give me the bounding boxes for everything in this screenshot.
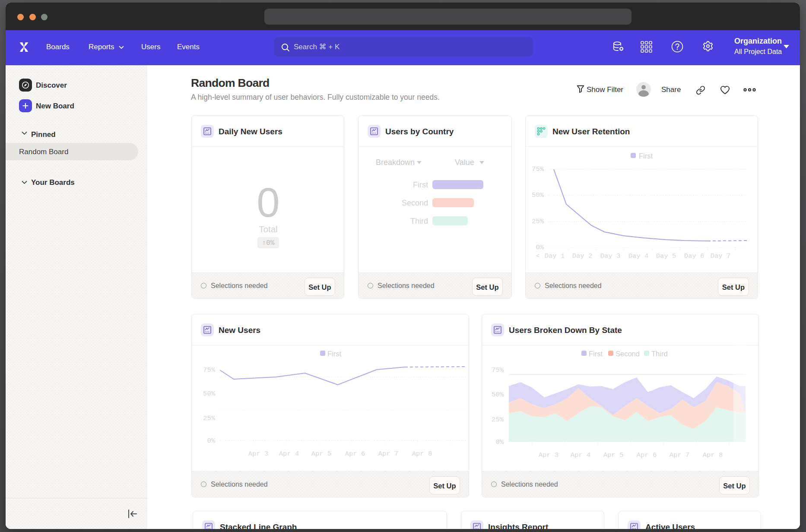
svg-text:Day 4: Day 4 xyxy=(628,252,649,260)
svg-text:Apr 5: Apr 5 xyxy=(311,450,332,458)
svg-text:0%: 0% xyxy=(536,244,544,251)
svg-text:Day 5: Day 5 xyxy=(656,252,676,260)
svg-text:Day 6: Day 6 xyxy=(684,252,704,260)
svg-text:0%: 0% xyxy=(495,438,504,446)
svg-text:0%: 0% xyxy=(207,437,215,445)
svg-text:75%: 75% xyxy=(492,366,504,374)
svg-text:Day 2: Day 2 xyxy=(572,252,593,260)
svg-text:Day 1: Day 1 xyxy=(545,252,565,260)
svg-text:Apr 4: Apr 4 xyxy=(571,451,591,459)
svg-text:Apr 5: Apr 5 xyxy=(603,451,624,459)
svg-text:Apr 6: Apr 6 xyxy=(637,451,657,459)
svg-text:<: < xyxy=(536,252,539,260)
svg-text:Apr 3: Apr 3 xyxy=(248,450,269,458)
svg-text:Day 7: Day 7 xyxy=(711,252,731,260)
svg-text:25%: 25% xyxy=(532,218,544,225)
svg-text:Apr 8: Apr 8 xyxy=(412,450,432,458)
svg-text:75%: 75% xyxy=(203,366,216,374)
svg-text:Apr 4: Apr 4 xyxy=(279,450,299,458)
svg-text:25%: 25% xyxy=(203,415,216,422)
svg-text:Apr 6: Apr 6 xyxy=(345,450,365,458)
svg-text:50%: 50% xyxy=(203,390,216,398)
svg-text:25%: 25% xyxy=(492,416,504,424)
svg-text:75%: 75% xyxy=(532,165,544,173)
svg-text:Apr 7: Apr 7 xyxy=(378,450,399,458)
svg-text:50%: 50% xyxy=(492,391,504,399)
svg-text:Day 3: Day 3 xyxy=(600,252,621,260)
svg-text:Apr 3: Apr 3 xyxy=(539,451,559,459)
svg-text:50%: 50% xyxy=(532,191,544,199)
svg-text:Apr 7: Apr 7 xyxy=(670,451,690,459)
svg-text:Apr 8: Apr 8 xyxy=(703,451,723,459)
